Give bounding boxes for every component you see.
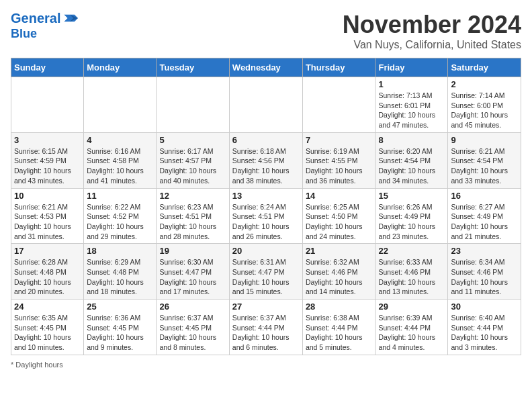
day-number: 5 (159, 135, 226, 145)
calendar-cell: 4Sunrise: 6:16 AMSunset: 4:58 PMDaylight… (84, 132, 157, 188)
calendar-header-monday: Monday (84, 58, 157, 77)
footer-note: * Daylight hours (11, 361, 521, 369)
day-number: 8 (378, 135, 445, 145)
month-title: November 2024 (343, 11, 521, 39)
calendar-cell: 28Sunrise: 6:38 AMSunset: 4:44 PMDayligh… (302, 300, 375, 355)
day-info: Sunrise: 7:14 AMSunset: 6:00 PMDaylight:… (451, 91, 518, 130)
day-info: Sunrise: 6:19 AMSunset: 4:55 PMDaylight:… (306, 146, 373, 186)
day-number: 28 (306, 302, 373, 312)
day-info: Sunrise: 6:36 AMSunset: 4:45 PMDaylight:… (87, 313, 153, 353)
day-number: 12 (159, 191, 226, 201)
day-info: Sunrise: 6:32 AMSunset: 4:46 PMDaylight:… (306, 257, 373, 297)
calendar-cell: 11Sunrise: 6:22 AMSunset: 4:52 PMDayligh… (84, 188, 157, 244)
day-number: 4 (87, 135, 153, 145)
day-number: 30 (451, 302, 518, 312)
day-number: 7 (306, 135, 373, 145)
calendar-header-row: SundayMondayTuesdayWednesdayThursdayFrid… (11, 58, 521, 77)
day-number: 23 (451, 246, 518, 256)
day-number: 3 (14, 135, 81, 145)
calendar-week-1: 1Sunrise: 7:13 AMSunset: 6:01 PMDaylight… (11, 77, 521, 133)
header: General Blue November 2024 Van Nuys, Cal… (11, 11, 521, 51)
day-number: 25 (87, 302, 153, 312)
calendar-cell: 27Sunrise: 6:37 AMSunset: 4:44 PMDayligh… (229, 300, 302, 355)
day-info: Sunrise: 6:35 AMSunset: 4:45 PMDaylight:… (14, 313, 81, 353)
logo-blue-text: Blue (11, 26, 37, 41)
day-info: Sunrise: 6:40 AMSunset: 4:44 PMDaylight:… (451, 313, 518, 353)
calendar-header-sunday: Sunday (11, 58, 84, 77)
calendar-header-tuesday: Tuesday (157, 58, 229, 77)
day-info: Sunrise: 6:21 AMSunset: 4:54 PMDaylight:… (451, 146, 518, 186)
day-number: 29 (378, 302, 445, 312)
day-number: 15 (378, 191, 445, 201)
calendar-cell: 6Sunrise: 6:18 AMSunset: 4:56 PMDaylight… (229, 132, 302, 188)
day-number: 19 (159, 246, 226, 256)
calendar-cell: 9Sunrise: 6:21 AMSunset: 4:54 PMDaylight… (448, 132, 521, 188)
title-area: November 2024 Van Nuys, California, Unit… (343, 11, 521, 51)
day-number: 22 (378, 246, 445, 256)
day-info: Sunrise: 6:26 AMSunset: 4:49 PMDaylight:… (378, 202, 445, 242)
day-info: Sunrise: 6:17 AMSunset: 4:57 PMDaylight:… (159, 146, 226, 186)
calendar-cell: 23Sunrise: 6:34 AMSunset: 4:46 PMDayligh… (448, 244, 521, 300)
calendar-cell: 7Sunrise: 6:19 AMSunset: 4:55 PMDaylight… (302, 132, 375, 188)
calendar-cell: 13Sunrise: 6:24 AMSunset: 4:51 PMDayligh… (229, 188, 302, 244)
calendar-cell: 2Sunrise: 7:14 AMSunset: 6:00 PMDaylight… (448, 77, 521, 133)
calendar-cell (157, 77, 229, 133)
day-info: Sunrise: 6:38 AMSunset: 4:44 PMDaylight:… (306, 313, 373, 353)
day-number: 11 (87, 191, 153, 201)
day-number: 17 (14, 246, 81, 256)
day-info: Sunrise: 6:23 AMSunset: 4:51 PMDaylight:… (159, 202, 226, 242)
calendar-header-wednesday: Wednesday (229, 58, 302, 77)
calendar-cell (84, 77, 157, 133)
day-number: 13 (232, 191, 300, 201)
calendar-week-2: 3Sunrise: 6:15 AMSunset: 4:59 PMDaylight… (11, 132, 521, 188)
calendar-cell: 16Sunrise: 6:27 AMSunset: 4:49 PMDayligh… (448, 188, 521, 244)
day-info: Sunrise: 6:16 AMSunset: 4:58 PMDaylight:… (87, 146, 153, 186)
calendar-cell (11, 77, 84, 133)
calendar-cell: 17Sunrise: 6:28 AMSunset: 4:48 PMDayligh… (11, 244, 84, 300)
day-info: Sunrise: 6:20 AMSunset: 4:54 PMDaylight:… (378, 146, 445, 186)
day-info: Sunrise: 6:37 AMSunset: 4:44 PMDaylight:… (232, 313, 300, 353)
calendar-cell: 18Sunrise: 6:29 AMSunset: 4:48 PMDayligh… (84, 244, 157, 300)
footer-note-text: Daylight hours (15, 361, 62, 369)
day-info: Sunrise: 6:33 AMSunset: 4:46 PMDaylight:… (378, 257, 445, 297)
day-info: Sunrise: 6:24 AMSunset: 4:51 PMDaylight:… (232, 202, 300, 242)
day-number: 27 (232, 302, 300, 312)
day-number: 1 (378, 79, 445, 89)
calendar-header-thursday: Thursday (302, 58, 375, 77)
day-number: 26 (159, 302, 226, 312)
day-number: 18 (87, 246, 153, 256)
calendar-cell (229, 77, 302, 133)
day-info: Sunrise: 6:21 AMSunset: 4:53 PMDaylight:… (14, 202, 81, 242)
day-number: 2 (451, 79, 518, 89)
day-info: Sunrise: 6:29 AMSunset: 4:48 PMDaylight:… (87, 257, 153, 297)
location-title: Van Nuys, California, United States (343, 39, 521, 51)
day-number: 10 (14, 191, 81, 201)
calendar: SundayMondayTuesdayWednesdayThursdayFrid… (11, 58, 521, 355)
logo-icon (62, 13, 78, 23)
day-info: Sunrise: 6:37 AMSunset: 4:45 PMDaylight:… (159, 313, 226, 353)
logo: General Blue (11, 11, 78, 41)
calendar-cell (302, 77, 375, 133)
calendar-header-friday: Friday (375, 58, 448, 77)
day-number: 16 (451, 191, 518, 201)
logo-text: General (11, 11, 60, 26)
calendar-week-3: 10Sunrise: 6:21 AMSunset: 4:53 PMDayligh… (11, 188, 521, 244)
calendar-cell: 10Sunrise: 6:21 AMSunset: 4:53 PMDayligh… (11, 188, 84, 244)
day-info: Sunrise: 6:34 AMSunset: 4:46 PMDaylight:… (451, 257, 518, 297)
day-info: Sunrise: 6:18 AMSunset: 4:56 PMDaylight:… (232, 146, 300, 186)
calendar-cell: 8Sunrise: 6:20 AMSunset: 4:54 PMDaylight… (375, 132, 448, 188)
calendar-cell: 3Sunrise: 6:15 AMSunset: 4:59 PMDaylight… (11, 132, 84, 188)
day-number: 6 (232, 135, 300, 145)
calendar-cell: 24Sunrise: 6:35 AMSunset: 4:45 PMDayligh… (11, 300, 84, 355)
day-number: 14 (306, 191, 373, 201)
day-number: 9 (451, 135, 518, 145)
day-number: 24 (14, 302, 81, 312)
calendar-cell: 20Sunrise: 6:31 AMSunset: 4:47 PMDayligh… (229, 244, 302, 300)
day-info: Sunrise: 6:28 AMSunset: 4:48 PMDaylight:… (14, 257, 81, 297)
day-info: Sunrise: 7:13 AMSunset: 6:01 PMDaylight:… (378, 91, 445, 130)
calendar-week-4: 17Sunrise: 6:28 AMSunset: 4:48 PMDayligh… (11, 244, 521, 300)
calendar-cell: 5Sunrise: 6:17 AMSunset: 4:57 PMDaylight… (157, 132, 229, 188)
calendar-cell: 15Sunrise: 6:26 AMSunset: 4:49 PMDayligh… (375, 188, 448, 244)
calendar-body: 1Sunrise: 7:13 AMSunset: 6:01 PMDaylight… (11, 77, 521, 355)
day-info: Sunrise: 6:31 AMSunset: 4:47 PMDaylight:… (232, 257, 300, 297)
